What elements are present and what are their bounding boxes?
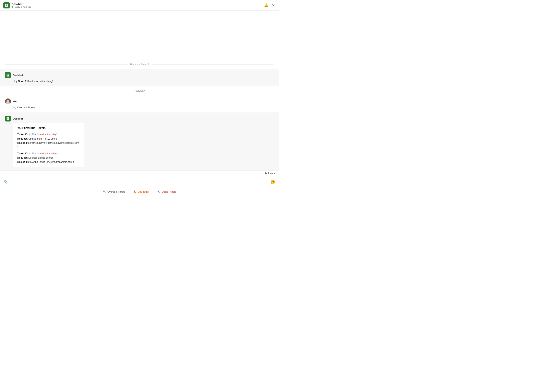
shortcut-due-today-label: Due Today xyxy=(138,190,149,193)
ticket-2-request-row: Request: Desktop unified search xyxy=(17,156,80,160)
ticket-1-request-row: Request: Upgrade plan for 10 users xyxy=(17,137,80,141)
user-message-icon-text: 🔧 Overdue Tickets xyxy=(13,106,274,110)
ticket-1-raised-row: Raised by: Patricia Davis ( patricia.dav… xyxy=(17,141,80,149)
shortcut-open-icon: 🔧 xyxy=(157,190,161,193)
shortcut-due-today-icon: 🔥 xyxy=(133,190,136,193)
shortcut-open-label: Open Tickets xyxy=(162,190,176,193)
ticket-2-request-label: Request xyxy=(17,156,27,159)
bot-ticket-body: Your Overdue Tickets Ticket ID: #130 - "… xyxy=(13,123,274,167)
greeting-text-hey: Hey xyxy=(13,80,18,83)
ticket-2-overdue: "overdue by 2 days" xyxy=(37,152,58,155)
actions-row: Actions ▼ xyxy=(0,170,279,176)
ticket-card-title: Your Overdue Tickets xyxy=(17,126,80,130)
divider-line-left xyxy=(5,64,128,65)
bot-sender-row: Deskbot xyxy=(5,72,274,78)
actions-label: Actions xyxy=(264,172,273,175)
bot-sender-row-2: Deskbot xyxy=(5,116,274,121)
ticket-2-id-row: Ticket ID: #120 - "overdue by 2 days" xyxy=(17,152,80,156)
ticket-1-raised-label: Raised by xyxy=(17,142,29,144)
ticket-entry-2: Ticket ID: #120 - "overdue by 2 days" Re… xyxy=(17,152,80,164)
actions-chevron-icon: ▼ xyxy=(274,172,276,174)
ticket-2-sep: - xyxy=(35,152,37,155)
ticket-1-id-link[interactable]: #130 xyxy=(29,133,35,136)
svg-rect-4 xyxy=(7,75,9,75)
header-brand: Deskbot Happy to help you xyxy=(3,2,31,9)
ticket-1-request-value: Upgrade plan for 10 users xyxy=(28,137,57,140)
svg-rect-8 xyxy=(7,119,8,119)
actions-button[interactable]: Actions ▼ xyxy=(264,172,276,175)
divider-line-left-2 xyxy=(5,91,132,91)
greeting-text-rest: ! Thanks for subscribing! xyxy=(24,80,53,83)
date-divider-yesterday-label: Yesterday xyxy=(132,89,147,92)
header-title: Deskbot xyxy=(12,3,31,6)
user-message-text: Overdue Tickets xyxy=(17,106,36,110)
svg-rect-1 xyxy=(6,5,7,5)
close-button[interactable]: ✕ xyxy=(271,3,276,8)
user-message-icon: 🔧 xyxy=(13,106,16,110)
shortcut-overdue-icon: 🔧 xyxy=(103,190,106,193)
ticket-1-raised-colon: : xyxy=(29,142,30,144)
ticket-1-id-row: Ticket ID: #130 - "overdue by 1 day" xyxy=(17,133,80,137)
bottom-shortcuts: 🔧 Overdue Tickets 🔥 Due Today 🔧 Open Tic… xyxy=(0,188,279,196)
ticket-2-raised-row: Raised by: Martha Lewis ( m.lewis@exampl… xyxy=(17,160,80,164)
bot-ticket-message: Deskbot Your Overdue Tickets Ticket ID: … xyxy=(0,112,279,170)
bot-sender-name: Deskbot xyxy=(13,74,23,77)
header-subtitle-text: Happy to help you xyxy=(14,6,31,8)
chat-empty-space xyxy=(0,11,279,60)
user-message-body: 🔧 Overdue Tickets xyxy=(13,106,274,110)
shortcut-due-today[interactable]: 🔥 Due Today xyxy=(133,190,149,193)
ticket-2-raised-value: Martha Lewis ( m.lewis@example.com ) xyxy=(30,161,74,163)
emoji-button[interactable]: 😊 xyxy=(270,179,276,185)
svg-rect-2 xyxy=(6,5,7,6)
svg-rect-7 xyxy=(7,118,9,118)
ticket-2-raised-colon: : xyxy=(29,161,30,163)
message-input[interactable] xyxy=(11,179,268,186)
ticket-1-id-label: Ticket ID: xyxy=(17,133,29,136)
ticket-2-id-link[interactable]: #120 xyxy=(29,152,35,155)
ticket-card: Your Overdue Tickets Ticket ID: #130 - "… xyxy=(13,123,84,167)
shortcut-open-tickets[interactable]: 🔧 Open Tickets xyxy=(157,190,176,193)
ticket-2-raised-label: Raised by xyxy=(17,161,29,163)
bot-avatar xyxy=(5,72,11,78)
online-indicator xyxy=(12,6,13,8)
ticket-entry-1: Ticket ID: #130 - "overdue by 1 day" Req… xyxy=(17,133,80,149)
divider-line-right xyxy=(151,64,274,65)
chat-header: Deskbot Happy to help you 🔔 ✕ xyxy=(0,0,279,11)
ticket-1-request-label: Request xyxy=(17,137,27,140)
divider-line-right-2 xyxy=(147,91,274,91)
bot-avatar-2 xyxy=(5,116,11,121)
user-sender-name: You xyxy=(13,100,17,103)
bot-sender-name-2: Deskbot xyxy=(13,117,23,120)
date-divider-thursday: Thursday, June 13 xyxy=(0,60,279,69)
svg-rect-5 xyxy=(7,75,8,76)
attach-button[interactable]: 📎 xyxy=(3,179,9,185)
notification-button[interactable]: 🔔 xyxy=(263,3,269,8)
date-divider-label: Thursday, June 13 xyxy=(128,63,152,66)
bot-logo-icon xyxy=(3,2,10,9)
ticket-2-request-value: Desktop unified search xyxy=(28,156,53,159)
date-divider-yesterday: Yesterday xyxy=(0,86,279,95)
ticket-2-id-label: Ticket ID: xyxy=(17,152,29,155)
chat-area: Thursday, June 13 Deskbot Hey Scott ! Th… xyxy=(0,11,279,170)
input-area: 📎 😊 xyxy=(0,176,279,188)
shortcut-overdue-tickets[interactable]: 🔧 Overdue Tickets xyxy=(103,190,125,193)
bot-greeting-body: Hey Scott ! Thanks for subscribing! xyxy=(13,79,274,83)
user-sender-row: You xyxy=(5,99,274,104)
user-avatar xyxy=(5,99,11,104)
greeting-text-name: Scott xyxy=(18,80,25,83)
shortcut-overdue-label: Overdue Tickets xyxy=(107,190,125,193)
bot-greeting-message: Deskbot Hey Scott ! Thanks for subscribi… xyxy=(0,69,279,86)
header-action-buttons: 🔔 ✕ xyxy=(263,3,276,8)
ticket-1-sep: - xyxy=(35,133,37,136)
user-overdue-message: You 🔧 Overdue Tickets xyxy=(0,95,279,113)
header-subtitle: Happy to help you xyxy=(12,6,31,8)
ticket-1-overdue: "overdue by 1 day" xyxy=(37,133,57,136)
header-title-block: Deskbot Happy to help you xyxy=(12,3,31,8)
